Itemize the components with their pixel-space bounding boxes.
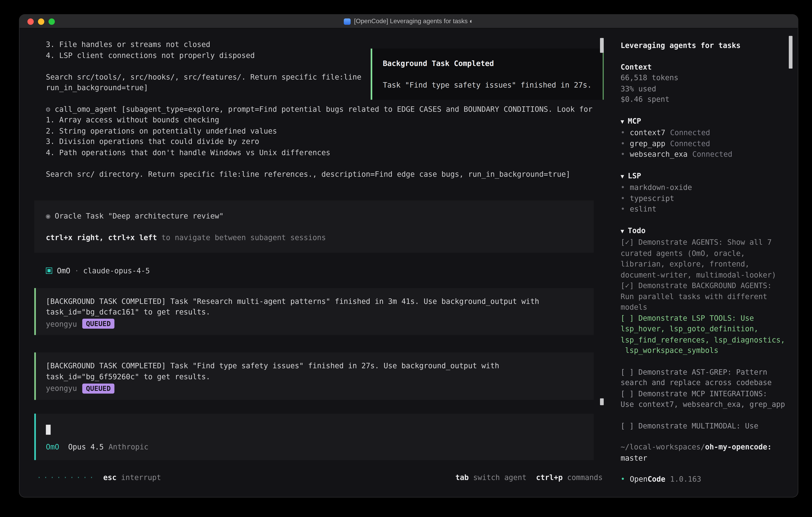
bullet-icon: • [620, 182, 625, 193]
chevron-down-icon: ▼ [620, 228, 624, 235]
input-provider-label: Anthropic [109, 441, 148, 452]
todo-item: [✓] Demonstrate BACKGROUND AGENTS: Run p… [620, 280, 787, 312]
queued-badge: QUEUED [82, 383, 115, 393]
context-section: Context 66,518 tokens 33% used $0.46 spe… [620, 61, 787, 105]
background-task-message: [BACKGROUND TASK COMPLETED] Task "Find t… [34, 352, 594, 400]
agent-separator: · [75, 265, 79, 276]
todo-section-header[interactable]: ▼Todo [620, 225, 787, 237]
mcp-name: context7 [630, 127, 665, 138]
hint-text: to navigate between subagent sessions [157, 233, 326, 241]
todo-item: [ ] Demonstrate LSP TOOLS: Use lsp_hover… [620, 313, 787, 356]
mcp-status: Connected [670, 138, 710, 149]
context-header: Context [620, 61, 787, 72]
bullet-icon: • [620, 149, 625, 160]
text-cursor [46, 425, 51, 434]
background-task-message: [BACKGROUND TASK COMPLETED] Task "Resear… [34, 288, 594, 335]
agent-icon [46, 268, 52, 274]
model-row: OmO Opus 4.5 Anthropic [46, 441, 585, 452]
tab-key: tab [455, 473, 469, 482]
input-model-label: Opus 4.5 [68, 441, 104, 452]
workspace-repo: oh-my-opencode: [705, 443, 772, 451]
workspace-info: ~/local-workspaces/oh-my-opencode: maste… [620, 442, 787, 463]
traffic-lights [20, 18, 55, 25]
mcp-item: •websearch_exaConnected [620, 149, 787, 160]
terminal-window: [OpenCode] Leveraging agents for tasks ◐… [20, 15, 798, 497]
chevron-down-icon: ▼ [620, 173, 624, 180]
window-title: [OpenCode] Leveraging agents for tasks ◐ [354, 16, 473, 27]
bullet-icon: • [620, 474, 625, 485]
todo-item: [ ] Demonstrate MCP INTEGRATIONS: Use co… [620, 388, 787, 410]
mcp-header-label: MCP [628, 116, 641, 125]
mcp-name: websearch_exa [630, 149, 688, 160]
message-body: [BACKGROUND TASK COMPLETED] Task "Resear… [46, 296, 585, 317]
esc-hint: esc interrupt [103, 472, 161, 483]
spinner-dots: ········· [37, 472, 96, 483]
chevron-down-icon: ▼ [620, 118, 624, 125]
context-spent: $0.46 spent [620, 94, 787, 105]
toast-body: Task "Find type safety issues" finished … [383, 79, 593, 90]
lsp-name: typescript [630, 193, 674, 204]
sidebar-scrollbar-thumb[interactable] [789, 36, 792, 69]
mcp-item: •grep_appConnected [620, 138, 787, 149]
mcp-section-header[interactable]: ▼MCP [620, 115, 787, 127]
oracle-task-title: Oracle Task "Deep architecture review" [55, 212, 224, 220]
mcp-name: grep_app [630, 138, 665, 149]
workspace-branch: master [620, 453, 787, 463]
todo-item: [ ] Demonstrate MULTIMODAL: Use [620, 420, 787, 431]
mcp-status: Connected [670, 127, 710, 138]
bullet-icon: • [620, 193, 625, 204]
mcp-item: •context7Connected [620, 127, 787, 138]
workspace-path: ~/local-workspaces/ [620, 443, 705, 451]
opencode-name: Open [630, 474, 647, 485]
tab-hint: tab switch agent [455, 472, 526, 483]
tab-label: switch agent [469, 473, 526, 482]
session-title: Leveraging agents for tasks [620, 40, 787, 51]
oracle-task-panel: ◉ Oracle Task "Deep architecture review"… [34, 200, 594, 253]
lsp-name: markdown-oxide [630, 182, 692, 193]
message-author: yeongyu [46, 319, 77, 329]
status-bar: ········· esc interrupt tab switch agent… [37, 472, 603, 483]
toast-title: Background Task Completed [383, 58, 593, 69]
todo-section: ▼Todo [✓] Demonstrate AGENTS: Show all 7… [620, 225, 787, 431]
statusbar-left: ········· esc interrupt [37, 472, 161, 483]
lsp-section-header[interactable]: ▼LSP [620, 170, 787, 182]
version-footer: • OpenCode 1.0.163 [620, 474, 787, 485]
zoom-button[interactable] [49, 18, 55, 25]
statusbar-right: tab switch agent ctrl+p commands [446, 472, 603, 483]
close-button[interactable] [27, 18, 34, 25]
screen: [OpenCode] Leveraging agents for tasks ◐… [0, 0, 812, 517]
window-titlebar: [OpenCode] Leveraging agents for tasks ◐ [20, 15, 798, 29]
agent-header: OmO · claude-opus-4-5 [46, 265, 594, 276]
bullet-icon: • [620, 204, 625, 215]
bullet-icon: • [620, 138, 625, 149]
oracle-task-title-row: ◉ Oracle Task "Deep architecture review" [46, 211, 585, 221]
lsp-item: •eslint [620, 204, 787, 215]
mcp-section: ▼MCP •context7Connected •grep_appConnect… [620, 115, 787, 160]
lsp-header-label: LSP [628, 171, 641, 180]
todo-item: [✓] Demonstrate AGENTS: Show all 7 curat… [620, 237, 787, 280]
context-tokens: 66,518 tokens [620, 72, 787, 83]
opencode-version: 1.0.163 [670, 474, 701, 485]
todo-item: [ ] Demonstrate AST-GREP: Pattern search… [620, 366, 787, 388]
minimize-button[interactable] [38, 18, 45, 25]
oracle-status-icon: ◉ [46, 212, 55, 220]
message-footer: yeongyu QUEUED [46, 319, 585, 329]
gear-icon: ⚙ [46, 105, 55, 113]
input-agent-label: OmO [46, 441, 59, 452]
agent-name: OmO [57, 265, 70, 276]
main-scrollbar-thumb-bottom[interactable] [600, 398, 604, 405]
commands-label: commands [563, 473, 603, 482]
tool-call-text: call_omo_agent [subagent_type=explore, p… [46, 105, 592, 178]
prompt-input[interactable]: OmO Opus 4.5 Anthropic [34, 413, 594, 460]
message-footer: yeongyu QUEUED [46, 383, 585, 394]
toast-notification: Background Task Completed Task "Find typ… [371, 49, 604, 100]
esc-label: interrupt [117, 473, 161, 482]
esc-key: esc [103, 473, 117, 482]
lsp-section: ▼LSP •markdown-oxide •typescript •eslint [620, 170, 787, 215]
commands-hint: ctrl+p commands [536, 472, 603, 483]
context-used: 33% used [620, 83, 787, 94]
main-scrollbar-thumb[interactable] [600, 38, 604, 53]
app-icon [344, 18, 351, 25]
agent-model: claude-opus-4-5 [83, 265, 150, 276]
lsp-item: •markdown-oxide [620, 182, 787, 193]
